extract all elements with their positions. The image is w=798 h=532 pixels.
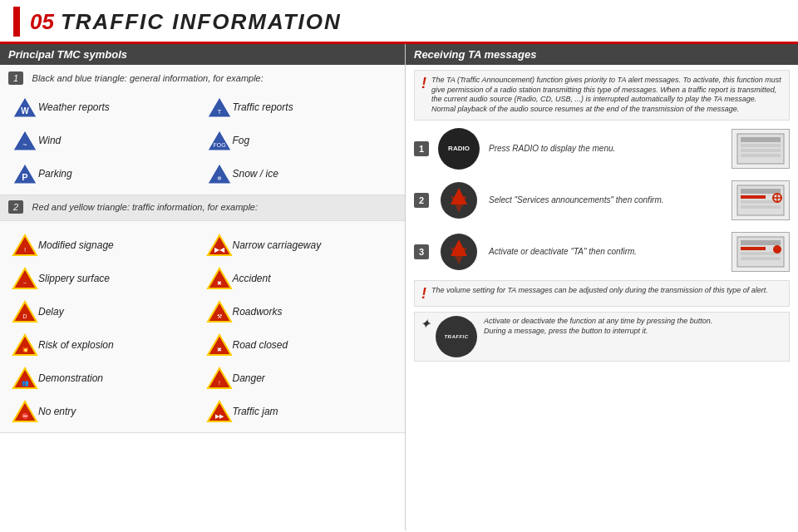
list-item: ~ Slippery surface (8, 263, 203, 294)
left-panel: Principal TMC symbols 1 Black and blue t… (0, 44, 406, 530)
svg-rect-56 (741, 240, 781, 245)
svg-text:!: ! (219, 380, 220, 386)
step-3-number: 3 (414, 244, 429, 259)
svg-text:▶▶: ▶▶ (215, 413, 224, 419)
svg-text:❄: ❄ (217, 175, 222, 181)
svg-rect-38 (741, 144, 781, 147)
scroll-arrow-icon (438, 180, 480, 221)
warning-icon: ! (421, 286, 426, 301)
step-1-screen (732, 129, 790, 169)
blue-triangle-icon: W (12, 94, 38, 121)
blue-triangle-icon: ❄ (206, 160, 233, 187)
red-triangle-icon: ⛔ (12, 398, 38, 425)
svg-text:💥: 💥 (22, 346, 29, 353)
header-accent (13, 7, 20, 37)
bottom-text: Activate or deactivate the function at a… (484, 316, 712, 337)
sun-icon: ✦ (420, 316, 431, 332)
svg-text:D: D (22, 313, 27, 319)
red-triangle-icon: ✖ (206, 332, 233, 358)
menu-screen-3-icon (736, 235, 786, 268)
svg-text:!: ! (24, 246, 26, 254)
warning-box: ! The volume setting for TA messages can… (414, 280, 790, 307)
section2-grid: ! Modified signage ▶◀ Narrow carriageway (8, 229, 397, 427)
red-triangle-icon: D (12, 298, 38, 325)
list-item: FOG Fog (203, 125, 397, 156)
menu-screen-2-icon (736, 184, 786, 217)
blue-triangle-icon: ~ (12, 127, 38, 154)
main-content: Principal TMC symbols 1 Black and blue t… (0, 44, 798, 530)
step-2-icon (436, 177, 482, 224)
section1-header: Principal TMC symbols (0, 44, 405, 65)
red-triangle-icon: ▶▶ (206, 398, 233, 425)
step-3-icon (436, 229, 482, 275)
page-title: TRAFFIC INFORMATION (61, 9, 342, 35)
svg-text:⚒: ⚒ (217, 313, 222, 319)
warning-text: The volume setting for TA messages can b… (431, 286, 768, 296)
red-triangle-icon: 💥 (12, 332, 38, 358)
red-triangle-icon: ⚒ (206, 298, 233, 325)
list-item: ❄ Snow / ice (203, 158, 397, 190)
step-1-row: 1 RADIO Press RADIO to display the menu. (414, 126, 790, 172)
svg-text:P: P (22, 172, 27, 182)
section1-grid: W Weather reports T Traffic reports ~ (8, 91, 397, 190)
step-1-text: Press RADIO to display the menu. (489, 144, 725, 153)
section2-label: 2 (8, 200, 23, 214)
list-item: ! Modified signage (8, 229, 203, 261)
menu-screen-icon (736, 132, 786, 165)
list-item: D Delay (8, 296, 203, 328)
list-item: ✖ Accident (203, 263, 397, 294)
exclaim-icon: ! (421, 76, 426, 91)
svg-text:✖: ✖ (217, 280, 222, 286)
section1-desc: Black and blue triangle: general informa… (32, 73, 264, 83)
info-box-top: ! The TA (Traffic Announcement) function… (414, 70, 790, 121)
svg-text:👥: 👥 (22, 379, 29, 387)
svg-text:~: ~ (22, 140, 27, 149)
confirm-arrow-icon (438, 231, 480, 273)
bottom-info-box: ✦ TRAFFIC Activate or deactivate the fun… (414, 312, 790, 362)
page-header: 05 TRAFFIC INFORMATION (0, 0, 798, 44)
step-1-number: 1 (414, 141, 429, 156)
svg-text:~: ~ (23, 280, 27, 286)
svg-text:T: T (217, 108, 221, 116)
list-item: ⚒ Roadworks (203, 296, 397, 328)
list-item: T Traffic reports (203, 91, 397, 123)
section1-label: 1 (8, 71, 23, 85)
list-item: 👥 Demonstration (8, 362, 203, 394)
svg-rect-48 (741, 205, 781, 209)
step-3-row: 3 Activate or deactivate "TA" then confi… (414, 229, 790, 275)
right-content: ! The TA (Traffic Announcement) function… (406, 65, 798, 367)
right-section-header: Receiving TA messages (406, 44, 798, 65)
list-item: ✖ Road closed (203, 329, 397, 361)
svg-rect-45 (741, 189, 781, 194)
step-2-row: 2 Select "Services announcements" then c… (414, 177, 790, 224)
list-item: 💥 Risk of explosion (8, 329, 203, 361)
red-triangle-icon: ! (206, 365, 233, 392)
red-triangle-icon: ~ (12, 265, 38, 292)
list-item: ▶◀ Narrow carriageway (203, 229, 397, 261)
list-item: W Weather reports (8, 91, 203, 123)
step-2-text: Select "Services announcements" then con… (489, 195, 725, 204)
chapter-number: 05 (30, 9, 54, 35)
section2-content: ! Modified signage ▶◀ Narrow carriageway (0, 221, 405, 433)
svg-text:W: W (21, 106, 29, 116)
svg-text:✖: ✖ (217, 347, 222, 352)
radio-button-icon[interactable]: RADIO (438, 128, 480, 170)
blue-triangle-p-icon: P (12, 160, 38, 187)
svg-rect-57 (741, 247, 766, 250)
traffic-button-icon[interactable]: TRAFFIC (436, 316, 477, 357)
svg-text:FOG: FOG (213, 142, 225, 148)
list-item: ! Danger (203, 362, 397, 394)
section1-content: 1 Black and blue triangle: general infor… (0, 65, 405, 195)
step-1-icon: RADIO (436, 126, 482, 172)
step-2-number: 2 (414, 193, 429, 208)
svg-point-60 (773, 245, 781, 254)
list-item: P Parking (8, 158, 203, 190)
red-triangle-icon: ✖ (206, 265, 233, 292)
step-3-text: Activate or deactivate "TA" then confirm… (489, 247, 725, 256)
blue-triangle-icon: FOG (206, 127, 233, 154)
section2-desc-row: 2 Red and yellow triangle: traffic infor… (0, 195, 405, 221)
right-panel: Receiving TA messages ! The TA (Traffic … (406, 44, 798, 530)
svg-rect-39 (741, 149, 781, 152)
step-3-screen (732, 232, 790, 272)
svg-rect-37 (741, 137, 781, 142)
